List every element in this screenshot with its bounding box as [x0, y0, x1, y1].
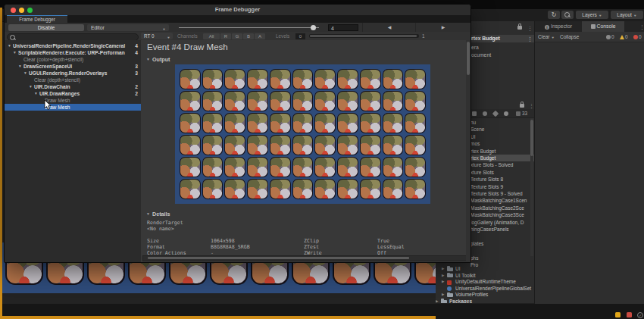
- sprite-tile: [314, 69, 336, 89]
- project-item-label: xture Slots - Solved: [470, 161, 513, 168]
- fd-tree-count: 2: [135, 90, 138, 97]
- check-status-icon[interactable]: ✓: [637, 312, 643, 318]
- project-folder-row[interactable]: ▶VolumeProfiles: [436, 292, 534, 299]
- warning-count-badge[interactable]: 0: [620, 34, 628, 39]
- foldout-icon[interactable]: ▼: [13, 49, 17, 56]
- expand-arrow-icon[interactable]: ▶: [442, 273, 444, 280]
- foldout-icon[interactable]: ▼: [8, 42, 11, 49]
- rt-label: RT 0: [144, 33, 154, 39]
- tab-inspector[interactable]: iInspector: [535, 21, 582, 32]
- record-icon[interactable]: [627, 312, 632, 317]
- fd-tree-row[interactable]: ▼UniversalRenderPipeline.RenderSingleCam…: [5, 42, 141, 49]
- fd-tree-row[interactable]: Clear (depth+stencil): [5, 77, 141, 83]
- search-button[interactable]: [561, 11, 574, 19]
- sprite-tile: [202, 179, 224, 199]
- history-button[interactable]: ↻: [548, 11, 560, 19]
- notification-icon[interactable]: [615, 312, 621, 317]
- sprite-tile: [270, 157, 291, 177]
- collapse-button[interactable]: Collapse: [560, 32, 579, 42]
- lock-icon[interactable]: [520, 104, 524, 108]
- sprite-tile: [383, 157, 404, 177]
- layers-label: Layers: [582, 12, 597, 17]
- fd-tree-row[interactable]: Draw Mesh: [5, 97, 141, 104]
- favorites-icon[interactable]: [483, 111, 487, 116]
- fd-tree-row[interactable]: ▼UIR.DrawChain2: [5, 83, 141, 90]
- foldout-icon[interactable]: ▼: [34, 90, 38, 97]
- output-foldout[interactable]: ▼Output: [146, 56, 170, 63]
- channel-button-all[interactable]: All: [203, 33, 220, 39]
- chevron-down-icon: ▼: [633, 12, 637, 19]
- frame-slider-track[interactable]: [179, 27, 319, 28]
- search-input[interactable]: [7, 33, 139, 41]
- info-icon[interactable]: [504, 111, 508, 116]
- label-icon[interactable]: [492, 110, 499, 116]
- clear-button[interactable]: Clear ▼: [538, 32, 555, 42]
- expand-arrow-icon[interactable]: ▶: [442, 266, 444, 273]
- theme-asset-icon: [447, 280, 452, 285]
- event-detail-panel: Event #4 Draw Mesh ▼Output ▼Details Rend…: [141, 40, 470, 262]
- kebab-menu-icon[interactable]: ⋮: [529, 103, 534, 108]
- tab-console[interactable]: Console: [582, 21, 624, 32]
- fd-tree-row[interactable]: ▼UGUI.Rendering.RenderOverlays3: [5, 70, 141, 77]
- project-folder-row[interactable]: ▶UI: [436, 266, 534, 273]
- sprite-tile: [270, 91, 291, 111]
- folder-label: UniversalRenderPipelineGlobalSet: [455, 286, 531, 292]
- event-panel-scrollbar[interactable]: [466, 40, 470, 262]
- disable-button[interactable]: Disable: [8, 24, 84, 31]
- next-event-button[interactable]: ▶: [415, 23, 470, 32]
- lock-icon[interactable]: [517, 26, 522, 30]
- folder-icon: [447, 274, 453, 277]
- fd-tree-row[interactable]: Draw Mesh: [5, 104, 141, 111]
- sprite-tile: [224, 135, 245, 155]
- details-foldout[interactable]: ▼Details: [146, 211, 170, 217]
- project-folder-row[interactable]: ▶UnityDefaultRuntimeTheme: [436, 279, 534, 286]
- details-horizontal-scrollbar[interactable]: [142, 255, 467, 261]
- frame-slider-handle[interactable]: [311, 25, 316, 30]
- event-tree: ▼UniversalRenderPipeline.RenderSingleCam…: [5, 40, 142, 262]
- channel-button-a[interactable]: A: [255, 33, 265, 39]
- foldout-icon[interactable]: ▼: [18, 63, 22, 70]
- levels-value[interactable]: 0: [295, 33, 305, 39]
- kebab-menu-icon[interactable]: ⋮: [527, 36, 533, 42]
- target-dropdown[interactable]: Editor▼: [87, 24, 169, 31]
- folder-icon: [447, 267, 453, 271]
- fd-tree-row[interactable]: Clear (color+depth+stencil): [5, 56, 141, 63]
- settings-asset-icon: [447, 286, 452, 291]
- layout-dropdown[interactable]: Layout ▼: [611, 11, 643, 19]
- layers-dropdown[interactable]: Layers ▼: [576, 11, 608, 19]
- foldout-icon[interactable]: ▼: [23, 70, 27, 77]
- fd-tree-row[interactable]: ▼ScriptableRenderer.Execute: URP-Perform…: [5, 49, 141, 56]
- create-asset-icon[interactable]: [472, 111, 477, 116]
- console-tab-bar: iInspector Console ⋮: [535, 21, 644, 32]
- render-target-preview[interactable]: [175, 64, 430, 204]
- frame-number-field[interactable]: 4: [328, 24, 358, 31]
- error-count-badge[interactable]: 0: [633, 34, 642, 39]
- fd-tree-count: 4: [135, 42, 138, 49]
- channel-button-r[interactable]: R: [220, 33, 231, 39]
- kebab-menu-icon[interactable]: ⋮: [527, 26, 533, 31]
- window-titlebar[interactable]: Frame Debugger: [5, 5, 470, 16]
- project-folder-row[interactable]: ▶UI Toolkit: [436, 273, 534, 280]
- mouse-cursor: [44, 99, 52, 111]
- error-count: 0: [639, 34, 642, 39]
- sprite-tile: [202, 157, 224, 177]
- project-folder-row[interactable]: UniversalRenderPipelineGlobalSet: [436, 286, 534, 292]
- project-scrollbar[interactable]: [530, 118, 533, 256]
- fd-tree-label: UIR.DrawRanges: [39, 90, 80, 97]
- console-tab-label: Console: [597, 23, 616, 29]
- foldout-icon: ▼: [146, 57, 150, 61]
- project-item-label: xture Slots: [470, 169, 494, 176]
- foldout-icon[interactable]: ▼: [29, 83, 33, 90]
- rt-dropdown[interactable]: RT 0▼: [141, 33, 173, 39]
- channel-button-b[interactable]: B: [243, 33, 254, 39]
- levels-slider[interactable]: [309, 34, 419, 38]
- fd-tree-row[interactable]: ▼UIR.DrawRanges2: [5, 90, 141, 97]
- expand-arrow-icon[interactable]: ▶: [442, 279, 444, 286]
- prev-event-button[interactable]: ◀: [362, 23, 416, 32]
- expand-arrow-icon[interactable]: ▶: [442, 292, 444, 299]
- channel-button-g[interactable]: G: [232, 33, 242, 39]
- kebab-menu-icon[interactable]: ⋮: [639, 24, 644, 30]
- fd-tree-row[interactable]: ▼DrawScreenSpaceUI3: [5, 63, 141, 70]
- sprite-tile: [180, 69, 201, 89]
- info-count-badge[interactable]: 0: [606, 34, 614, 39]
